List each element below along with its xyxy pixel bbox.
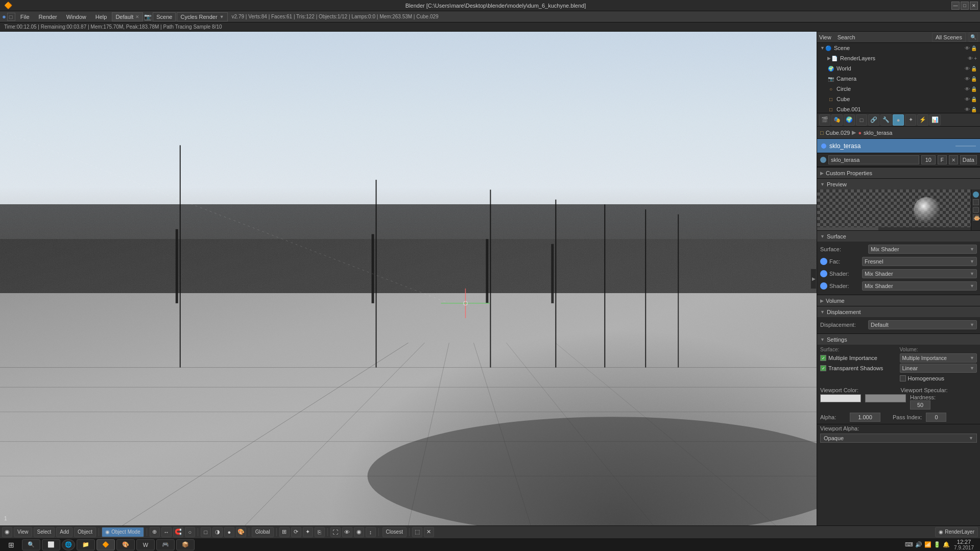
outliner-item-cube[interactable]: □ Cube 👁 🔒 <box>817 94 980 104</box>
world-restrict[interactable]: 🔒 <box>971 66 977 71</box>
shader2-dropdown[interactable]: Mix Shader ▼ <box>862 281 977 291</box>
multiple-imp-checkbox[interactable]: ✓ <box>820 355 826 361</box>
menu-render[interactable]: Render <box>35 13 61 21</box>
prop-icon-material[interactable]: ● <box>893 114 904 126</box>
maximize-button[interactable]: □ <box>961 2 969 10</box>
copy-btn[interactable]: ⎘ <box>315 527 325 537</box>
preview-monkey-icon[interactable]: 🐵 <box>973 214 979 221</box>
prop-icon-scene[interactable]: 🎭 <box>831 114 843 126</box>
view3d-btn[interactable]: 👁 <box>342 527 352 537</box>
cube-eye[interactable]: 👁 <box>965 97 970 102</box>
outliner-search-icon[interactable]: 🔍 <box>969 33 978 42</box>
outliner-scenes-label[interactable]: All Scenes <box>932 33 966 42</box>
start-btn[interactable]: ⊞ <box>2 539 20 550</box>
surface-dropdown[interactable]: Mix Shader ▼ <box>868 245 977 254</box>
view-btn[interactable]: View <box>14 527 32 537</box>
outliner-item-scene[interactable]: ▼ 🔵 Scene 👁 🔒 <box>817 43 980 53</box>
prop-icon-render[interactable]: 🎬 <box>819 114 830 126</box>
outliner-item-camera[interactable]: 📷 Camera 👁 🔒 <box>817 74 980 84</box>
prop-icon-world[interactable]: 🌍 <box>844 114 855 126</box>
mat-path-object-name[interactable]: Cube.029 <box>826 130 850 136</box>
prop-icon-data[interactable]: 📊 <box>929 114 941 126</box>
prop-icon-physics[interactable]: ⚡ <box>917 114 928 126</box>
pivot-btn[interactable]: ⊕ <box>150 527 160 537</box>
preview-cube-icon[interactable] <box>973 207 979 213</box>
mat-fake-btn[interactable]: F <box>938 155 947 164</box>
mat-users-input[interactable]: 10 <box>921 155 936 164</box>
mat-datatype-selector[interactable]: Data <box>960 155 977 164</box>
prop-icon-object[interactable]: □ <box>856 114 867 126</box>
expand-btn[interactable]: ⛶ <box>330 527 341 537</box>
alpha-value-input[interactable]: 1.000 <box>850 413 880 422</box>
transparent-shadows-checkbox[interactable]: ✓ <box>820 365 826 371</box>
prop-icon-constraints[interactable]: 🔗 <box>868 114 879 126</box>
volume-imp-dropdown[interactable]: Multiple Importance ▼ <box>900 353 977 363</box>
new-btn[interactable]: ▢ <box>7 13 15 21</box>
tray-icon-3[interactable]: 📶 <box>924 541 931 548</box>
clipping-btn[interactable]: ⬚ <box>412 527 422 537</box>
game-btn[interactable]: 🎮 <box>156 539 175 550</box>
app-btn[interactable]: 📦 <box>176 539 195 550</box>
chrome-btn[interactable]: 🌐 <box>62 539 75 550</box>
world-eye[interactable]: 👁 <box>965 66 970 71</box>
cube001-eye[interactable]: 👁 <box>965 107 970 112</box>
prop-icon-modifier[interactable]: 🔧 <box>880 114 892 126</box>
viewport-specular-swatch[interactable] <box>865 394 906 402</box>
layout-selector[interactable]: Default ✕ <box>112 12 143 21</box>
rl-add-icon[interactable]: + <box>974 56 977 61</box>
outliner-item-circle[interactable]: ○ Circle 👁 🔒 <box>817 84 980 94</box>
tray-icon-4[interactable]: 🔋 <box>934 541 941 548</box>
preview-sphere-icon[interactable] <box>973 191 979 198</box>
cube-restrict[interactable]: 🔒 <box>971 97 977 102</box>
homogeneous-checkbox[interactable] <box>900 375 906 381</box>
mat-path-material-name[interactable]: sklo_terasa <box>864 130 892 136</box>
word-btn[interactable]: W <box>136 539 155 550</box>
shader1-dropdown[interactable]: Mix Shader ▼ <box>862 269 977 278</box>
preview-section-header[interactable]: ▼ Preview <box>817 178 980 189</box>
cam-eye[interactable]: 👁 <box>965 76 970 82</box>
scene-input[interactable]: Scene <box>153 12 176 21</box>
snap-btn[interactable]: 🧲 <box>173 527 183 537</box>
volume-section-header[interactable]: ▶ Volume <box>817 295 980 306</box>
scene-restrict-icon[interactable]: 🔒 <box>971 45 977 51</box>
task-view-btn[interactable]: ⬜ <box>42 539 60 550</box>
clock-display[interactable]: 12:27 7.9.2017 <box>952 539 976 550</box>
settings-section-header[interactable]: ▼ Settings <box>817 333 980 345</box>
close-button[interactable]: ✕ <box>970 2 978 10</box>
outliner-item-cube001[interactable]: □ Cube.001 👁 🔒 <box>817 104 980 113</box>
vp-toggle-btn[interactable]: ◉ <box>2 527 12 537</box>
menu-help[interactable]: Help <box>91 13 111 21</box>
object-btn[interactable]: Object <box>74 527 96 537</box>
select-btn[interactable]: Select <box>34 527 55 537</box>
engine-selector[interactable]: Cycles Render ▼ <box>177 12 227 21</box>
surface-section-header[interactable]: ▼ Surface <box>817 230 980 242</box>
shading-btn2[interactable]: ◑ <box>212 527 223 537</box>
custom-properties-section[interactable]: ▶ Custom Properties <box>817 167 980 178</box>
displacement-section-header[interactable]: ▼ Displacement <box>817 306 980 317</box>
viewport-collapse-btn[interactable]: ▶ <box>810 269 817 289</box>
opaque-dropdown[interactable]: Opaque ▼ <box>820 434 977 443</box>
fac-dropdown[interactable]: Fresnel ▼ <box>862 257 977 266</box>
scene-eye-icon[interactable]: 👁 <box>965 45 970 51</box>
pass-index-input[interactable]: 0 <box>926 413 946 422</box>
tray-icon-5[interactable]: 🔔 <box>943 541 950 548</box>
xray-btn[interactable]: ✕ <box>424 527 434 537</box>
tray-icon-1[interactable]: ⌨ <box>905 541 913 548</box>
blender-taskbar-btn[interactable]: 🔶 <box>97 539 115 550</box>
viewport[interactable]: 1 ▶ <box>0 32 817 525</box>
closest-btn[interactable]: Closest <box>383 527 407 537</box>
layout-close[interactable]: ✕ <box>135 14 139 19</box>
viewport-color-swatch[interactable] <box>820 394 861 402</box>
prop-icon-particles[interactable]: ✦ <box>905 114 916 126</box>
mirror-btn[interactable]: ↕ <box>366 527 376 537</box>
grid-btn[interactable]: ⊞ <box>279 527 290 537</box>
minimize-button[interactable]: — <box>951 2 960 10</box>
menu-window[interactable]: Window <box>62 13 90 21</box>
rl-eye[interactable]: 👁 <box>968 56 973 61</box>
shader2-circle[interactable] <box>820 282 827 290</box>
mat-x-btn[interactable]: ✕ <box>949 155 958 164</box>
sync-btn[interactable]: ⟳ <box>291 527 301 537</box>
outliner-item-renderlayers[interactable]: ▶ 📄 RenderLayers 👁 + <box>817 53 980 63</box>
overlay-btn[interactable]: ✦ <box>303 527 313 537</box>
shading-btn3[interactable]: ● <box>224 527 234 537</box>
